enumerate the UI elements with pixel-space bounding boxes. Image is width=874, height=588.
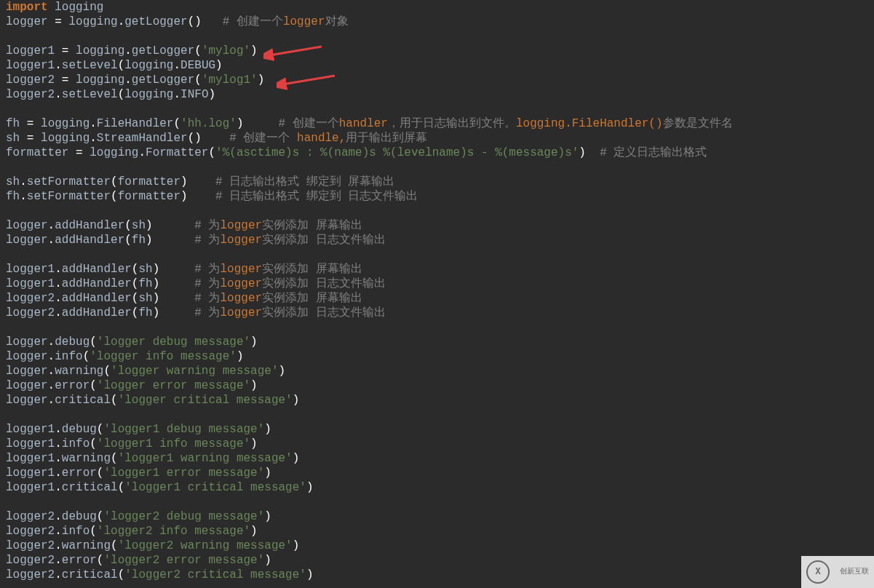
code-line: import logging: [6, 0, 868, 15]
token-cm: 实例添加 日志文件输出: [262, 277, 386, 290]
token-cm: ，用于日志输出到文件。: [388, 117, 516, 130]
token-def: sh: [138, 263, 152, 276]
token-paren: ): [215, 59, 223, 72]
token-def: formatter: [6, 146, 76, 159]
token-paren: (: [97, 466, 104, 480]
token-paren: ): [237, 117, 244, 130]
token-paren: ): [579, 146, 586, 159]
token-op: .: [48, 394, 55, 407]
code-line: logger1.addHandler(fh) # 为logger实例添加 日志文…: [6, 277, 868, 291]
token-paren: ): [278, 365, 285, 378]
token-op: =: [55, 15, 62, 28]
token-paren: ): [180, 175, 188, 188]
token-op: .: [90, 132, 97, 145]
token-def: [153, 219, 195, 232]
token-def: addHandler: [55, 234, 124, 247]
token-cm: # 创建一个: [279, 117, 339, 130]
token-paren: (: [97, 510, 104, 523]
code-line: logger1.info('logger1 info message'): [6, 437, 868, 451]
token-paren: (: [173, 117, 180, 130]
token-def: addHandler: [62, 277, 132, 290]
token-paren: ): [146, 219, 153, 232]
token-def: logger: [6, 350, 48, 363]
code-line: logger.warning('logger warning message'): [6, 364, 868, 378]
token-def: logging: [33, 132, 90, 145]
token-def: logging: [68, 44, 124, 57]
token-paren: (: [90, 525, 97, 538]
token-def: [188, 190, 215, 203]
token-op: .: [55, 539, 62, 552]
code-line: sh.setFormatter(formatter) # 日志输出格式 绑定到 …: [6, 175, 868, 189]
token-paren: (: [97, 423, 104, 436]
token-cm: 用于输出到屏幕: [346, 132, 427, 145]
token-paren: (: [90, 335, 97, 349]
token-cm: 实例添加 屏幕输出: [262, 263, 362, 276]
token-paren: ): [264, 554, 271, 567]
code-line: logger1.debug('logger1 debug message'): [6, 422, 868, 437]
token-str: 'logger1 warning message': [118, 452, 293, 465]
token-def: logger1: [6, 423, 55, 436]
token-op: .: [124, 44, 132, 57]
token-def: error: [62, 554, 97, 567]
token-def: logger: [6, 379, 48, 392]
token-def: logging: [124, 59, 173, 72]
token-paren: ): [180, 190, 188, 203]
token-def: FileHandler: [97, 117, 174, 130]
token-paren: ): [264, 510, 271, 523]
token-paren: ): [258, 74, 265, 87]
token-cm: # 创建一个: [223, 15, 283, 28]
code-line: [6, 408, 868, 422]
token-def: setLevel: [62, 88, 118, 101]
token-paren: (: [118, 88, 125, 101]
token-def: addHandler: [62, 292, 132, 305]
token-cm: 实例添加 屏幕输出: [262, 292, 362, 305]
token-def: logger: [6, 219, 48, 232]
token-paren: (: [124, 234, 132, 247]
token-def: logger1: [6, 59, 55, 72]
code-line: logger.critical('logger critical message…: [6, 393, 868, 408]
token-op: .: [124, 74, 132, 87]
token-def: INFO: [180, 88, 208, 101]
code-line: [6, 247, 868, 262]
token-paren: (: [111, 394, 118, 407]
token-def: logging: [48, 1, 104, 14]
code-line: formatter = logging.Formatter('%(asctime…: [6, 146, 868, 160]
token-def: info: [62, 437, 90, 450]
token-op: .: [173, 88, 180, 101]
token-def: logger: [6, 15, 55, 28]
token-def: fh: [138, 306, 152, 319]
token-paren: ): [250, 525, 258, 538]
token-str: 'logger2 error message': [103, 554, 264, 567]
token-str: 'logger1 error message': [103, 466, 264, 480]
token-cm: 实例添加 日志文件输出: [262, 234, 386, 247]
token-op: =: [27, 117, 34, 130]
token-def: logger2: [6, 554, 55, 567]
token-def: logger2: [6, 74, 62, 87]
token-paren: (: [194, 44, 202, 57]
token-op: .: [55, 554, 62, 567]
code-line: logger.error('logger error message'): [6, 378, 868, 393]
token-str: 'logger2 info message': [97, 525, 250, 538]
token-def: info: [62, 525, 90, 538]
token-paren: ): [264, 423, 271, 436]
watermark-text: 创新互联: [840, 565, 869, 579]
token-cm: # 定义日志输出格式: [600, 146, 707, 159]
token-def: addHandler: [62, 263, 132, 276]
token-op: .: [48, 335, 55, 349]
token-hl: logger: [220, 219, 262, 232]
token-paren: ): [146, 234, 153, 247]
watermark-logo: X: [806, 560, 830, 584]
token-paren: (: [194, 74, 202, 87]
token-paren: ): [250, 44, 258, 57]
token-cm: 实例添加 日志文件输出: [262, 306, 386, 319]
token-def: fh: [6, 190, 20, 203]
token-paren: ): [306, 568, 314, 581]
token-hl: logger: [220, 292, 262, 305]
token-op: .: [55, 568, 62, 581]
token-op: .: [55, 525, 62, 538]
token-def: addHandler: [55, 219, 124, 232]
token-paren: (: [118, 481, 125, 494]
token-def: logger1: [6, 481, 55, 494]
token-paren: ): [237, 350, 244, 363]
token-op: .: [48, 219, 55, 232]
